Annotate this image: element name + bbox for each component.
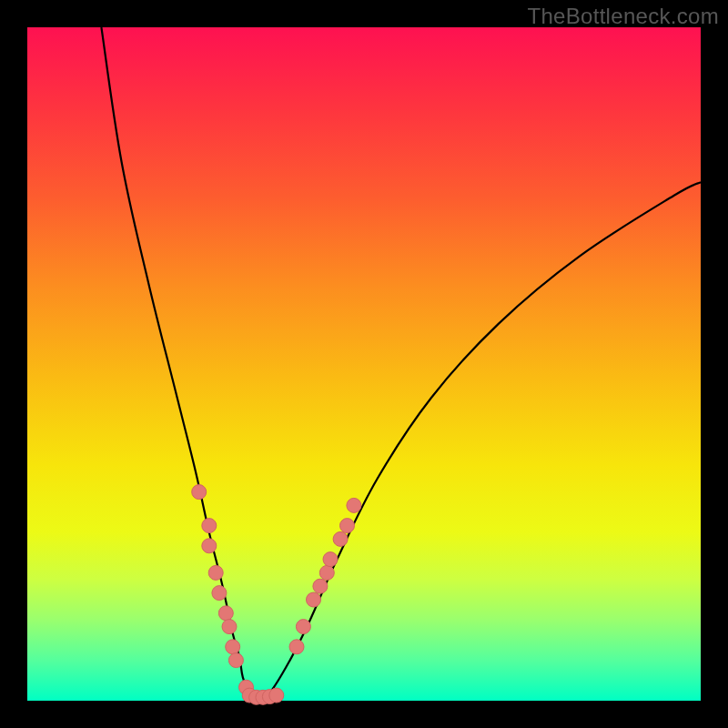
chart-marker	[208, 565, 223, 580]
chart-marker	[228, 653, 243, 668]
chart-markers	[192, 485, 361, 705]
chart-marker	[296, 620, 310, 634]
chart-marker	[218, 606, 233, 621]
chart-marker	[289, 640, 304, 654]
chart-marker	[333, 531, 348, 546]
plot-area	[27, 27, 701, 701]
curve-right	[257, 182, 701, 697]
chart-marker	[323, 552, 338, 567]
chart-marker	[202, 519, 217, 533]
stage: TheBottleneck.com	[0, 0, 728, 728]
chart-marker	[319, 565, 334, 580]
chart-marker	[222, 620, 237, 634]
watermark-text: TheBottleneck.com	[527, 4, 719, 29]
chart-marker	[226, 640, 240, 654]
chart-marker	[347, 498, 361, 512]
chart-marker	[269, 688, 284, 703]
chart-marker	[192, 485, 207, 500]
chart-marker	[202, 539, 217, 553]
chart-marker	[307, 592, 321, 607]
curve-left	[101, 27, 256, 697]
chart-svg	[27, 27, 701, 701]
chart-marker	[340, 519, 355, 533]
chart-marker	[313, 579, 328, 593]
chart-marker	[212, 586, 227, 601]
